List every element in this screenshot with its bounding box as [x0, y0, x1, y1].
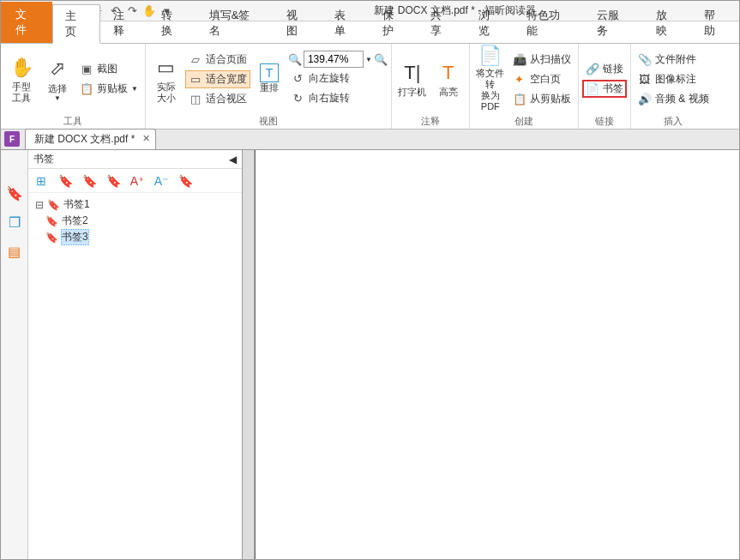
- image-label: 图像标注: [655, 72, 696, 87]
- actual-size-label: 实际 大小: [157, 81, 176, 104]
- ribbon-group-link: 🔗链接 📄书签 链接: [579, 44, 631, 129]
- ribbon-tabs: 文件 主页 注释 转换 填写&签名 视图 表单 保护 共享 浏览 特色功能 云服…: [1, 21, 739, 44]
- rotate-right-label: 向右旋转: [309, 91, 350, 105]
- clipboard-icon: 📋: [513, 92, 526, 105]
- hand-tool-label: 手型 工具: [12, 81, 31, 104]
- bookmark-tool-6-icon[interactable]: 🔖: [177, 173, 193, 189]
- fit-page-button[interactable]: ▱适合页面: [185, 51, 250, 69]
- tab-comment[interactable]: 注释: [100, 3, 148, 43]
- tab-file[interactable]: 文件: [1, 2, 52, 43]
- media-button[interactable]: 🔊音频 & 视频: [635, 90, 713, 108]
- tab-convert[interactable]: 转换: [148, 3, 196, 43]
- bookmark-item-label: 书签3: [62, 230, 88, 244]
- select-tool-button[interactable]: ⬀ 选择 ▼: [40, 45, 75, 112]
- link-button[interactable]: 🔗链接: [582, 60, 627, 78]
- highlight-label: 高亮: [439, 87, 458, 98]
- document-page[interactable]: [255, 150, 739, 559]
- reflow-icon: T: [260, 63, 279, 82]
- bookmark-tool-3-icon[interactable]: 🔖: [105, 173, 121, 189]
- image-annot-button[interactable]: 🖼图像标注: [635, 70, 713, 88]
- screenshot-button[interactable]: ▣截图: [76, 60, 141, 78]
- bookmark-item-label: 书签2: [62, 214, 88, 228]
- convert-to-pdf-button[interactable]: 📄 将文件转 换为PDF: [473, 45, 508, 112]
- tab-cloud[interactable]: 云服务: [584, 3, 643, 43]
- ribbon-group-insert: 📎文件附件 🖼图像标注 🔊音频 & 视频 插入: [631, 44, 716, 129]
- bookmark-side-icon[interactable]: 🔖: [6, 184, 23, 202]
- camera-icon: ▣: [80, 63, 93, 76]
- typewriter-icon: T|: [404, 59, 420, 87]
- tab-share[interactable]: 共享: [418, 3, 466, 43]
- rotate-left-button[interactable]: ↺向左旋转: [288, 69, 388, 87]
- typewriter-button[interactable]: T| 打字机: [395, 45, 430, 112]
- bookmark-item[interactable]: ⊟ 🔖 书签1: [33, 196, 237, 213]
- bookmark-tool-2-icon[interactable]: 🔖: [81, 173, 97, 189]
- cursor-icon: ⬀: [50, 56, 65, 83]
- bookmark-icon: 📄: [586, 82, 599, 96]
- tab-browse[interactable]: 浏览: [466, 3, 514, 43]
- new-bookmark-icon[interactable]: 🔖: [57, 173, 73, 189]
- tab-form[interactable]: 表单: [322, 3, 370, 43]
- ribbon-group-view: ▭ 实际 大小 ▱适合页面 ▭适合宽度 ◫适合视区 T 重排 🔍 ▼ 🔍 ↺向左…: [146, 44, 392, 129]
- font-increase-icon[interactable]: A⁺: [129, 173, 145, 189]
- tab-protect[interactable]: 保护: [370, 3, 418, 43]
- bookmark-panel: 书签 ◀ ⊞ 🔖 🔖 🔖 A⁺ A⁻ 🔖 ⊟ 🔖 书签1 🔖 书签2 🔖: [28, 150, 243, 559]
- highlight-button[interactable]: T 高亮: [431, 45, 466, 112]
- zoom-input[interactable]: [304, 51, 364, 68]
- attach-label: 文件附件: [655, 52, 696, 67]
- tab-home[interactable]: 主页: [52, 4, 100, 44]
- actual-size-button[interactable]: ▭ 实际 大小: [149, 45, 183, 112]
- bookmark-node-icon: 🔖: [45, 232, 58, 244]
- ribbon: ✋ 手型 工具 ⬀ 选择 ▼ ▣截图 📋剪贴板▼ 工具 ▭ 实际 大小 ▱适合页…: [1, 44, 739, 129]
- panel-toolbar: ⊞ 🔖 🔖 🔖 A⁺ A⁻ 🔖: [28, 169, 242, 193]
- document-tabs: F 新建 DOCX 文档.pdf * ✕: [1, 129, 739, 150]
- bookmark-item[interactable]: 🔖 书签2: [33, 213, 237, 229]
- screenshot-label: 截图: [97, 62, 117, 76]
- document-viewer[interactable]: [243, 150, 739, 559]
- attach-icon: 📎: [638, 52, 652, 66]
- document-tab[interactable]: 新建 DOCX 文档.pdf * ✕: [25, 129, 156, 149]
- main-area: 🔖 ❐ ▤ 书签 ◀ ⊞ 🔖 🔖 🔖 A⁺ A⁻ 🔖 ⊟ 🔖 书签1 🔖 书: [1, 150, 739, 559]
- blank-page-button[interactable]: ✦空白页: [509, 70, 575, 88]
- tab-view[interactable]: 视图: [274, 3, 322, 43]
- fitwidth-label: 适合宽度: [206, 72, 247, 87]
- fit-visible-button[interactable]: ◫适合视区: [185, 90, 250, 108]
- highlight-icon: T: [442, 59, 454, 87]
- dropdown-icon[interactable]: ▼: [365, 56, 372, 63]
- media-label: 音频 & 视频: [655, 92, 709, 106]
- bookmark-item[interactable]: 🔖 书签3: [33, 229, 237, 245]
- fitpage-icon: ▱: [189, 52, 202, 66]
- from-scanner-button[interactable]: 📠从扫描仪: [509, 51, 575, 69]
- tab-play[interactable]: 放映: [643, 3, 691, 43]
- from-clipboard-label: 从剪贴板: [530, 92, 571, 106]
- panel-collapse-icon[interactable]: ◀: [229, 154, 237, 166]
- reflow-button[interactable]: T 重排: [252, 45, 286, 112]
- fit-width-button[interactable]: ▭适合宽度: [185, 70, 250, 88]
- tab-help[interactable]: 帮助: [691, 3, 739, 43]
- close-tab-icon[interactable]: ✕: [142, 133, 150, 144]
- rotate-left-label: 向左旋转: [309, 71, 350, 86]
- clipboard-button[interactable]: 📋剪贴板▼: [76, 80, 141, 98]
- expand-all-icon[interactable]: ⊞: [33, 173, 49, 189]
- blank-icon: ✦: [513, 72, 526, 86]
- hand-tool-button[interactable]: ✋ 手型 工具: [4, 45, 39, 112]
- tab-feature[interactable]: 特色功能: [514, 3, 584, 43]
- from-clipboard-button[interactable]: 📋从剪贴板: [509, 90, 575, 108]
- pages-side-icon[interactable]: ❐: [6, 214, 23, 231]
- viewer-gutter: [243, 150, 255, 559]
- font-decrease-icon[interactable]: A⁻: [153, 173, 169, 189]
- zoom-icon[interactable]: 🔍: [288, 52, 302, 66]
- tab-fillsign[interactable]: 填写&签名: [196, 3, 274, 43]
- zoom-out-icon[interactable]: 🔍: [374, 52, 388, 66]
- fitpage-label: 适合页面: [206, 52, 247, 67]
- rotate-right-icon: ↻: [292, 92, 305, 105]
- media-icon: 🔊: [638, 92, 652, 105]
- file-attach-button[interactable]: 📎文件附件: [635, 51, 713, 69]
- bookmark-button[interactable]: 📄书签: [582, 80, 627, 98]
- comments-side-icon[interactable]: ▤: [6, 243, 23, 260]
- fitvisible-icon: ◫: [189, 92, 202, 105]
- rotate-right-button[interactable]: ↻向右旋转: [288, 89, 388, 107]
- clipboard-label: 剪贴板: [97, 81, 128, 96]
- group-label-tools: 工具: [4, 115, 141, 129]
- ribbon-group-tools: ✋ 手型 工具 ⬀ 选择 ▼ ▣截图 📋剪贴板▼ 工具: [1, 44, 146, 129]
- tree-expand-icon[interactable]: ⊟: [35, 199, 44, 211]
